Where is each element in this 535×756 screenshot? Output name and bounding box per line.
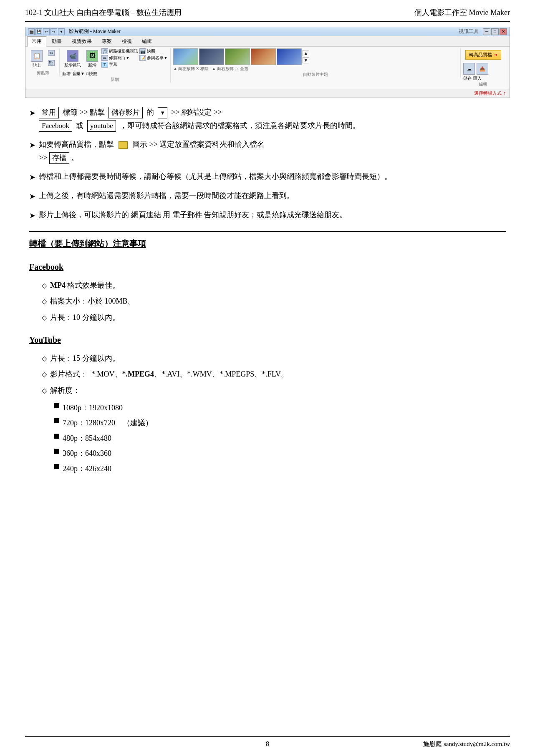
res-720: 720p：1280x720 （建議） xyxy=(54,416,506,429)
bullet-3: ➤ 轉檔和上傳都需要長時間等候，請耐心等候（尤其是上傳網站，檔案大小與網路頻寬都… xyxy=(29,170,506,184)
fb-item-2: ◇ 檔案大小：小於 100MB。 xyxy=(42,294,506,308)
themes-left-label: ▲ 向左放轉 X 移除 xyxy=(173,66,209,72)
mm-thumb-4[interactable] xyxy=(251,48,276,65)
add-snapshot-btn[interactable]: 📷 快照 xyxy=(139,48,168,54)
mm-group-add: 📹 新增視訊 🖼 新增 🎵 網路攝影機視訊 ✏ xyxy=(62,48,171,83)
fb-item-1: ◇ MP4 格式效果最佳。 xyxy=(42,279,506,292)
save-video-box: 儲存影片 xyxy=(109,107,143,118)
save-box: 存檔 xyxy=(49,152,69,164)
select-convert-label: 選擇轉檔方式 xyxy=(474,90,502,97)
moviemaker-ui: 🎬 💾 ↩ ↪ ▼ 影片範例 - Movie Maker 視訊工具 ─ □ ✕ … xyxy=(25,27,510,98)
mm-redo-icon[interactable]: ↪ xyxy=(50,28,57,35)
mm-dropdown-icon[interactable]: ▼ xyxy=(58,28,65,35)
add-credits-btn[interactable]: 📝 參與名單▼ xyxy=(139,55,168,61)
mm-restore-btn[interactable]: □ xyxy=(491,28,499,35)
yt-diamond-1: ◇ xyxy=(42,353,47,365)
fb-item-3-text: 片長：10 分鐘以內。 xyxy=(50,311,120,324)
sq-4 xyxy=(54,449,59,454)
bullet-4: ➤ 上傳之後，有時網站還需要將影片轉檔，需要一段時間後才能在網路上看到。 xyxy=(29,189,506,203)
mm-close-btn[interactable]: ✕ xyxy=(500,28,507,35)
add-caption-btn[interactable]: T 字幕 xyxy=(101,62,138,68)
caption-icon: T xyxy=(101,62,108,68)
mm-add-btns: 📹 新增視訊 🖼 新增 🎵 網路攝影機視訊 ✏ xyxy=(62,48,168,70)
mm-thumb-1[interactable] xyxy=(173,48,198,65)
arrow-2: ➤ xyxy=(29,138,35,152)
mm-tab-home[interactable]: 常用 xyxy=(27,36,46,47)
add-title-btn[interactable]: ✏ 修剪寫白▼ xyxy=(101,55,138,61)
res-480: 480p：854x480 xyxy=(54,432,506,445)
paste-icon: 📋 xyxy=(31,50,43,62)
mm-paste-btn[interactable]: 📋 貼上 xyxy=(29,48,45,70)
import-label: 匯入 xyxy=(473,75,482,81)
diamond-1: ◇ xyxy=(42,280,47,292)
yt-diamond-3: ◇ xyxy=(42,385,47,397)
bullet-2: ➤ 如要轉高品質檔，點擊 圖示 >> 選定放置檔案資料夾和輸入檔名 >> 存檔 … xyxy=(29,138,506,165)
themes-label: 自動製片主題 xyxy=(173,72,458,78)
mm-app-icon[interactable]: 🎬 xyxy=(28,28,35,35)
add-photo-label: 新增 xyxy=(88,63,96,68)
fb-item-2-text: 檔案大小：小於 100MB。 xyxy=(50,294,135,308)
mm-titlebar: 🎬 💾 ↩ ↪ ▼ 影片範例 - Movie Maker 視訊工具 ─ □ ✕ xyxy=(25,27,510,36)
bullet-1: ➤ 常用 標籤 >> 點擊 儲存影片 的 ▼ >> 網站設定 >> Facebo… xyxy=(29,105,506,133)
page-header: 102-1 文山社大 自由自在學電腦 – 數位生活應用 個人電影工作室 Movi… xyxy=(25,8,510,22)
mm-cloud-btn[interactable]: ☁ xyxy=(463,63,475,75)
mm-tool-label: 視訊工具 xyxy=(459,28,479,35)
mm-title-text: 影片範例 - Movie Maker xyxy=(69,28,121,35)
bullet-5: ➤ 影片上傳後，可以將影片的 網頁連結 用 電子郵件 告知親朋好友；或是燒錄成光… xyxy=(29,208,506,222)
edit-label: 音樂▼ xyxy=(72,71,85,77)
mm-thumbs-row: ▲ ▼ xyxy=(173,48,309,65)
email-label: 電子郵件 xyxy=(172,211,202,219)
resolution-list: 1080p：1920x1080 720p：1280x720 （建議） 480p：… xyxy=(54,401,506,475)
bullet-3-content: 轉檔和上傳都需要長時間等候，請耐心等候（尤其是上傳網站，檔案大小與網路頻寬都會影… xyxy=(39,170,506,183)
themes-right-label: ▲ 向右放轉 回 全選 xyxy=(212,66,248,72)
mm-undo-icon[interactable]: ↩ xyxy=(43,28,50,35)
mm-thumb-5[interactable] xyxy=(277,48,302,65)
arrow-1: ➤ xyxy=(29,106,35,120)
mm-group-themes: ▲ ▼ ▲ 向左放轉 X 移除 ▲ 向右放轉 回 全選 自動製片主題 xyxy=(173,48,461,78)
mm-add-video-btn[interactable]: 📹 新增視訊 xyxy=(62,48,83,70)
sq-2 xyxy=(54,418,59,423)
snapshot-icon: 📷 xyxy=(139,48,146,54)
mm-thumb-2[interactable] xyxy=(199,48,224,65)
add-music-btn[interactable]: 🎵 網路攝影機視訊 xyxy=(101,48,138,54)
snapshot-label: □快照 xyxy=(86,71,97,77)
mm-copy-btn[interactable]: ⿻ xyxy=(46,58,57,68)
mm-thumb-down-btn[interactable]: ▼ xyxy=(303,57,309,63)
yt-item-2: ◇ 影片格式： *.MOV、*.MPEG4、*.AVI、*.WMV、*.MPEG… xyxy=(42,367,506,381)
mm-minimize-btn[interactable]: ─ xyxy=(483,28,490,35)
fb-item-3: ◇ 片長：10 分鐘以內。 xyxy=(42,311,506,324)
arrow-4: ➤ xyxy=(29,190,35,203)
youtube-list: ◇ 片長：15 分鐘以內。 ◇ 影片格式： *.MOV、*.MPEG4、*.AV… xyxy=(42,352,506,397)
mm-cut-btn[interactable]: ✂ xyxy=(46,48,57,58)
mm-tab-project[interactable]: 專案 xyxy=(97,36,116,46)
music-icon: 🎵 xyxy=(101,48,108,54)
paste-label: 貼上 xyxy=(33,63,41,68)
convert-arrow: ➜ xyxy=(494,52,497,58)
mm-thumb-3[interactable] xyxy=(225,48,250,65)
mm-thumb-up-btn[interactable]: ▲ xyxy=(303,50,309,56)
bullet-4-content: 上傳之後，有時網站還需要將影片轉檔，需要一段時間後才能在網路上看到。 xyxy=(39,189,506,202)
mm-convert-high-btn[interactable]: 轉高品質檔 ➜ xyxy=(463,48,503,61)
mm-add-photo-btn[interactable]: 🖼 新增 xyxy=(84,48,100,70)
mm-import-btn[interactable]: 📥 xyxy=(477,63,488,75)
mm-clipboard-btns: 📋 貼上 ✂ ⿻ xyxy=(29,48,57,70)
mm-ribbon-tabs: 常用 動畫 視覺效果 專案 檢視 編輯 xyxy=(25,36,510,47)
yt-item-3: ◇ 解析度： xyxy=(42,384,506,397)
page-footer: 8 施慰庭 sandy.study@m2k.com.tw xyxy=(25,736,510,748)
mm-tab-view[interactable]: 檢視 xyxy=(117,36,136,46)
mm-tab-edit[interactable]: 編輯 xyxy=(137,36,156,46)
arrow-3: ➤ xyxy=(29,171,35,184)
mm-edit-btns: 轉高品質檔 ➜ xyxy=(463,48,503,61)
add-label: 新增 xyxy=(62,77,168,83)
mm-tab-visual[interactable]: 視覺效果 xyxy=(67,36,96,46)
clipboard-label: 剪貼簿 xyxy=(29,70,57,76)
convert-text: 轉高品質檔 xyxy=(469,52,492,58)
mm-save-icon[interactable]: 💾 xyxy=(35,28,42,35)
footer-page-num: 8 xyxy=(266,740,269,748)
convert-high-label[interactable]: 轉高品質檔 ➜ xyxy=(465,50,501,60)
bullet-1-content: 常用 標籤 >> 點擊 儲存影片 的 ▼ >> 網站設定 >> Facebook… xyxy=(39,105,506,133)
res-1080: 1080p：1920x1080 xyxy=(54,401,506,414)
mm-tab-animate[interactable]: 動畫 xyxy=(47,36,66,46)
copy-icon: ⿻ xyxy=(48,60,55,66)
mm-ribbon: 📋 貼上 ✂ ⿻ 剪貼簿 xyxy=(25,47,510,89)
